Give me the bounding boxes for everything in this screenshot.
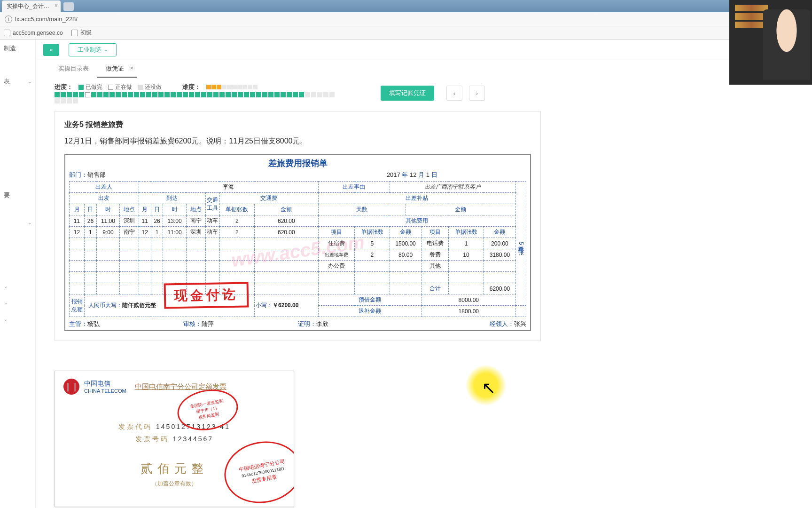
progress-square[interactable]: [61, 98, 66, 103]
sidebar-item[interactable]: ⌄: [0, 278, 35, 294]
progress-square[interactable]: [323, 92, 328, 97]
telecom-brand-en: CHINA TELECOM: [84, 388, 126, 394]
progress-square[interactable]: [61, 92, 66, 97]
task-title: 业务5 报销差旅费: [64, 120, 531, 130]
progress-label: 进度：: [55, 83, 73, 91]
progress-square[interactable]: [226, 92, 231, 97]
bookmark-label: 初级: [80, 29, 92, 37]
progress-squares[interactable]: [55, 92, 336, 103]
url-text[interactable]: lx.acc5.com/main_228/: [15, 16, 78, 23]
progress-square[interactable]: [97, 92, 102, 97]
sidebar-item[interactable]: ⌄: [0, 311, 35, 327]
cursor-icon: ↖: [482, 378, 496, 398]
progress-square[interactable]: [171, 92, 176, 97]
progress-square[interactable]: [158, 92, 164, 97]
progress-square[interactable]: [109, 92, 115, 97]
progress-square[interactable]: [73, 98, 78, 103]
close-icon[interactable]: ×: [130, 64, 133, 71]
tab-directory[interactable]: 实操目录表: [50, 61, 97, 78]
sidebar-item[interactable]: ⌄: [0, 294, 35, 311]
left-sidebar: 制造 表 ⌄ 要 ⌄ ⌄ ⌄ ⌄: [0, 40, 36, 508]
chevron-down-icon: ⌄: [4, 284, 8, 289]
progress-square[interactable]: [152, 92, 157, 97]
prev-button[interactable]: ‹: [446, 86, 462, 101]
bookmark-bar: acc5com.gensee.co 初级: [0, 26, 812, 40]
tab-voucher[interactable]: 做凭证 ×: [97, 61, 137, 78]
collapse-sidebar-button[interactable]: «: [43, 44, 59, 56]
fill-voucher-button[interactable]: 填写记账凭证: [381, 86, 434, 101]
legend-todo: 还没做: [138, 83, 162, 91]
progress-square[interactable]: [256, 92, 261, 97]
sidebar-category[interactable]: 制造: [0, 40, 35, 58]
industry-dropdown[interactable]: 工业制造 ⌄: [69, 43, 117, 56]
next-button[interactable]: ›: [469, 86, 485, 101]
progress-square[interactable]: [201, 92, 206, 97]
chevron-down-icon: ⌄: [28, 220, 31, 225]
tab-label: 做凭证: [106, 65, 124, 72]
progress-square[interactable]: [268, 92, 273, 97]
progress-square[interactable]: [189, 92, 194, 97]
sidebar-item[interactable]: 要: [0, 185, 35, 205]
progress-square[interactable]: [103, 92, 109, 97]
progress-square[interactable]: [311, 92, 316, 97]
progress-square[interactable]: [55, 92, 60, 97]
sidebar-item[interactable]: ⌄: [0, 214, 35, 231]
telecom-brand: 中国电信: [84, 380, 126, 388]
bookmark-item[interactable]: acc5com.gensee.co: [4, 30, 63, 36]
progress-square[interactable]: [195, 92, 200, 97]
progress-square[interactable]: [329, 92, 335, 97]
progress-square[interactable]: [262, 92, 267, 97]
progress-square[interactable]: [128, 92, 133, 97]
expense-table: 出差人 李海 出差事由 出差广西南宁联系客户 附单5张 出发 到达 交通工具 交…: [69, 181, 526, 317]
chevron-down-icon: ⌄: [4, 300, 8, 305]
sidebar-item[interactable]: 表 ⌄: [0, 71, 35, 91]
progress-square[interactable]: [91, 92, 96, 97]
progress-square[interactable]: [134, 92, 139, 97]
progress-square[interactable]: [67, 92, 72, 97]
progress-square[interactable]: [274, 92, 280, 97]
chevron-down-icon: ⌄: [104, 47, 108, 52]
progress-square[interactable]: [164, 92, 170, 97]
attachment-label: 附单5张: [516, 182, 526, 306]
progress-square[interactable]: [85, 92, 90, 97]
progress-square[interactable]: [293, 92, 298, 97]
progress-square[interactable]: [281, 92, 286, 97]
progress-square[interactable]: [238, 92, 243, 97]
progress-square[interactable]: [219, 92, 225, 97]
progress-square[interactable]: [177, 92, 182, 97]
form-header: 部门：销售部 2017 年 12 月 1 日: [69, 171, 526, 179]
company-seal: 中国电信南宁分公司 91450127600001118D 发票专用章: [219, 436, 294, 507]
progress-square[interactable]: [244, 92, 249, 97]
bookmark-item[interactable]: 初级: [71, 29, 92, 37]
chevron-down-icon: ⌄: [4, 317, 8, 322]
progress-square[interactable]: [116, 92, 121, 97]
progress-square[interactable]: [250, 92, 255, 97]
sidebar-label: 表: [4, 77, 10, 86]
progress-square[interactable]: [299, 92, 304, 97]
progress-square[interactable]: [67, 98, 72, 103]
page-icon: [4, 30, 10, 36]
progress-square[interactable]: [232, 92, 237, 97]
form-title: 差旅费用报销单: [69, 158, 526, 169]
video-pip[interactable]: [729, 0, 812, 85]
progress-square[interactable]: [287, 92, 292, 97]
progress-square[interactable]: [146, 92, 151, 97]
close-icon[interactable]: ×: [55, 2, 58, 9]
difficulty-label: 难度：: [182, 83, 201, 91]
progress-square[interactable]: [140, 92, 145, 97]
cash-paid-stamp: 现金付讫: [164, 282, 249, 309]
progress-square[interactable]: [213, 92, 219, 97]
browser-tab[interactable]: 实操中心_会计… ×: [2, 0, 61, 12]
progress-square[interactable]: [305, 92, 310, 97]
progress-square[interactable]: [183, 92, 188, 97]
progress-square[interactable]: [207, 92, 212, 97]
progress-square[interactable]: [79, 92, 84, 97]
site-info-icon[interactable]: i: [5, 16, 12, 23]
progress-square[interactable]: [55, 98, 60, 103]
new-tab-button[interactable]: [63, 2, 74, 11]
progress-square[interactable]: [122, 92, 127, 97]
telecom-invoice: ❘❘ 中国电信 CHINA TELECOM 中国电信南宁分公司定额发票 全国统一…: [55, 371, 294, 507]
page-icon: [71, 30, 78, 36]
progress-square[interactable]: [73, 92, 78, 97]
progress-square[interactable]: [317, 92, 322, 97]
